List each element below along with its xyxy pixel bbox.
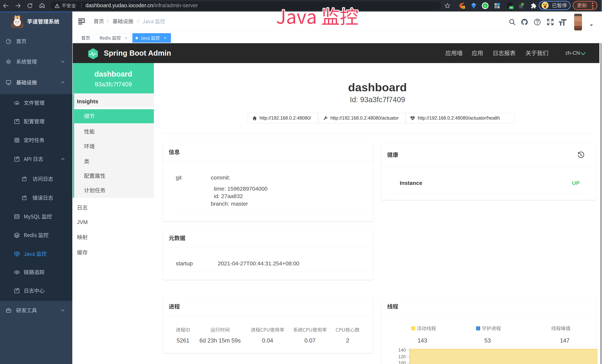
svg-text:1: 1	[463, 6, 464, 9]
svg-text:y: y	[484, 4, 486, 8]
svg-text:on: on	[510, 6, 513, 9]
